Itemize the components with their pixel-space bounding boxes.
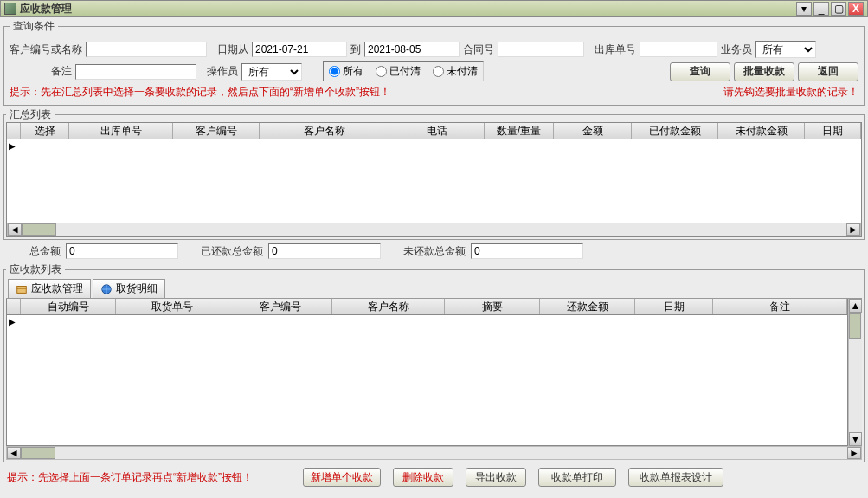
unrepaid-input (471, 243, 583, 259)
hint-bottom: 提示：先选择上面一条订单记录再点“新增收款”按钮！ (7, 470, 253, 485)
operator-select[interactable]: 所有 (241, 63, 302, 81)
col-select[interactable]: 选择 (21, 123, 69, 139)
total-label: 总金额 (29, 244, 61, 259)
contract-input[interactable] (498, 42, 584, 57)
scroll-right-icon[interactable]: ► (846, 223, 860, 236)
date-to-label: 到 (350, 42, 361, 57)
hint-right: 请先钩选要批量收款的记录！ (723, 85, 858, 100)
status-radio-group: 所有 已付清 未付清 (323, 61, 484, 81)
contract-label: 合同号 (463, 42, 494, 57)
minimize-button[interactable]: _ (813, 2, 829, 16)
scroll-down-icon[interactable]: ▼ (849, 432, 862, 446)
customer-input[interactable] (86, 42, 207, 57)
col-customer-id[interactable]: 客户编号 (173, 123, 260, 139)
box-icon (16, 283, 28, 295)
batch-collect-button[interactable]: 批量收款 (734, 62, 794, 81)
maximize-button[interactable]: ▢ (831, 2, 846, 16)
receivable-grid-body[interactable]: ▶ (7, 315, 847, 445)
receivable-vscroll[interactable]: ▲ ▼ (848, 299, 862, 446)
export-button[interactable]: 导出收款 (466, 468, 526, 487)
restore-button[interactable]: ▾ (796, 2, 812, 16)
col-repay[interactable]: 还款金额 (540, 299, 635, 314)
summary-hscroll[interactable]: ◄ ► (7, 223, 861, 236)
tab-manage[interactable]: 应收款管理 (8, 279, 91, 298)
print-button[interactable]: 收款单打印 (538, 468, 616, 487)
scroll-left-icon[interactable]: ◄ (7, 447, 21, 459)
col-date[interactable]: 日期 (805, 123, 861, 139)
summary-grid-body[interactable]: ▶ (7, 139, 861, 223)
outbound-input[interactable] (640, 42, 717, 57)
remark-input[interactable] (75, 64, 196, 80)
summary-fieldset: 汇总列表 选择 出库单号 客户编号 客户名称 电话 数量/重量 金额 已付款金额… (3, 107, 865, 240)
globe-icon (100, 283, 113, 295)
col-unpaid[interactable]: 未付款金额 (718, 123, 805, 139)
salesman-select[interactable]: 所有 (755, 41, 816, 58)
receivable-hthumb[interactable] (21, 447, 55, 459)
receivable-grid-head: 自动编号 取货单号 客户编号 客户名称 摘要 还款金额 日期 备注 (7, 299, 847, 315)
radio-all[interactable]: 所有 (329, 64, 363, 79)
query-legend: 查询条件 (10, 19, 58, 34)
col-outbound[interactable]: 出库单号 (69, 123, 173, 139)
col-auto-id[interactable]: 自动编号 (21, 299, 116, 314)
col-paid[interactable]: 已付款金额 (632, 123, 718, 139)
close-button[interactable]: X (848, 2, 864, 16)
outbound-label: 出库单号 (595, 42, 636, 57)
unrepaid-label: 未还款总金额 (403, 244, 466, 259)
titlebar: 应收款管理 ▾ _ ▢ X (0, 0, 868, 17)
summary-legend: 汇总列表 (6, 107, 55, 122)
row-marker-col (7, 299, 21, 314)
receivable-tabs: 应收款管理 取货明细 (6, 277, 862, 299)
summary-grid: 选择 出库单号 客户编号 客户名称 电话 数量/重量 金额 已付款金额 未付款金… (6, 122, 862, 237)
scroll-right-icon[interactable]: ► (847, 447, 861, 459)
hint-left: 提示：先在汇总列表中选择一条要收款的记录，然后点下面的“新增单个收款”按钮！ (10, 85, 390, 100)
col-qty[interactable]: 数量/重量 (485, 123, 554, 139)
totals-row: 总金额 已还款总金额 未还款总金额 (0, 242, 868, 261)
remark-label: 备注 (51, 64, 72, 79)
col-cust-id[interactable]: 客户编号 (228, 299, 332, 314)
back-button[interactable]: 返回 (798, 62, 858, 81)
app-icon (4, 3, 16, 15)
radio-paid[interactable]: 已付清 (376, 64, 421, 79)
col-customer-name[interactable]: 客户名称 (260, 123, 389, 139)
col-date2[interactable]: 日期 (635, 299, 713, 314)
receivable-hscroll[interactable]: ◄ ► (6, 446, 862, 460)
col-cust-name[interactable]: 客户名称 (332, 299, 445, 314)
query-fieldset: 查询条件 客户编号或名称 日期从 到 合同号 出库单号 业务员 所有 备注 操作… (3, 19, 865, 106)
window-title: 应收款管理 (20, 2, 794, 16)
date-from-label: 日期从 (217, 42, 248, 57)
delete-button[interactable]: 删除收款 (393, 468, 453, 487)
radio-unpaid[interactable]: 未付清 (433, 64, 478, 79)
col-summary[interactable]: 摘要 (445, 299, 540, 314)
tab-detail[interactable]: 取货明细 (93, 279, 165, 298)
date-to-input[interactable] (364, 42, 460, 57)
scroll-left-icon[interactable]: ◄ (8, 223, 22, 236)
query-button[interactable]: 查询 (670, 62, 730, 81)
summary-scroll-thumb[interactable] (22, 223, 56, 236)
repaid-label: 已还款总金额 (201, 244, 263, 259)
summary-grid-head: 选择 出库单号 客户编号 客户名称 电话 数量/重量 金额 已付款金额 未付款金… (7, 123, 861, 139)
col-amount[interactable]: 金额 (554, 123, 632, 139)
receivable-legend: 应收款列表 (6, 262, 65, 277)
receivable-fieldset: 应收款列表 应收款管理 取货明细 自动编号 取货单号 客户编号 客户名称 摘要 … (3, 262, 865, 462)
svg-rect-0 (17, 286, 27, 293)
receivable-grid: 自动编号 取货单号 客户编号 客户名称 摘要 还款金额 日期 备注 ▶ (6, 299, 848, 446)
col-pickup-id[interactable]: 取货单号 (116, 299, 228, 314)
report-design-button[interactable]: 收款单报表设计 (628, 468, 723, 487)
customer-label: 客户编号或名称 (10, 42, 82, 57)
scroll-up-icon[interactable]: ▲ (849, 299, 862, 313)
col-phone[interactable]: 电话 (389, 123, 485, 139)
col-remark[interactable]: 备注 (713, 299, 847, 314)
footer: 提示：先选择上面一条订单记录再点“新增收款”按钮！ 新增单个收款 删除收款 导出… (0, 464, 868, 490)
operator-label: 操作员 (207, 64, 238, 79)
total-input (66, 243, 178, 259)
new-single-button[interactable]: 新增单个收款 (303, 468, 381, 487)
repaid-input (268, 243, 381, 259)
date-from-input[interactable] (252, 42, 347, 57)
salesman-label: 业务员 (721, 42, 752, 57)
receivable-vthumb[interactable] (849, 313, 861, 339)
row-marker-col (7, 123, 21, 139)
row-pointer-icon: ▶ (9, 141, 16, 151)
row-pointer-icon: ▶ (9, 317, 16, 327)
